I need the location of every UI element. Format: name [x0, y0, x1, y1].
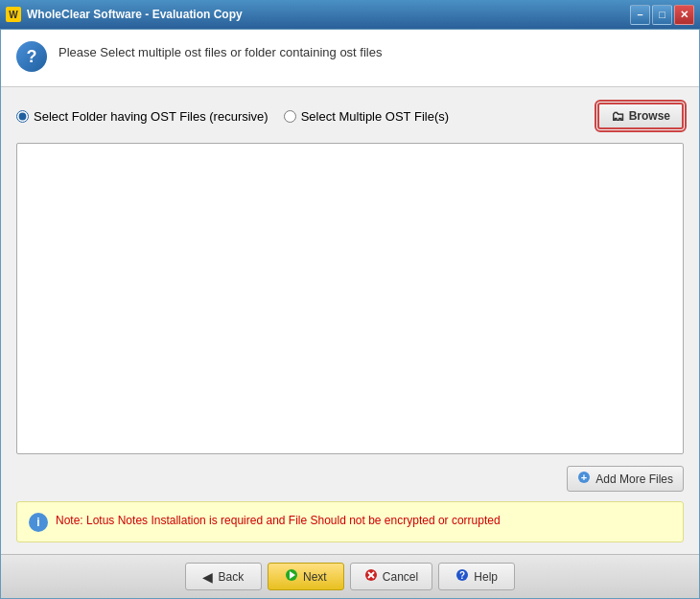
next-label: Next: [303, 570, 327, 584]
titlebar-controls[interactable]: – □ ✕: [630, 5, 694, 25]
radio-folder[interactable]: [16, 110, 29, 123]
radio-folder-label: Select Folder having OST Files (recursiv…: [34, 109, 268, 124]
back-icon: ◀: [202, 569, 213, 585]
help-icon: ?: [455, 568, 469, 585]
close-button[interactable]: ✕: [674, 5, 694, 25]
add-more-button[interactable]: + Add More Files: [567, 466, 684, 492]
note-info-icon: i: [29, 513, 48, 532]
add-more-label: Add More Files: [595, 472, 673, 486]
browse-button[interactable]: 🗂 Browse: [597, 103, 684, 129]
header-icon: ?: [16, 41, 47, 72]
titlebar: W WholeClear Software - Evaluation Copy …: [0, 0, 700, 29]
help-button[interactable]: ? Help: [438, 563, 515, 590]
svg-text:+: +: [581, 472, 587, 483]
titlebar-left: W WholeClear Software - Evaluation Copy: [6, 7, 243, 22]
note-box: i Note: Lotus Notes Installation is requ…: [16, 501, 684, 542]
svg-text:?: ?: [459, 570, 465, 581]
cancel-button[interactable]: Cancel: [350, 563, 432, 590]
back-button[interactable]: ◀ Back: [185, 563, 262, 590]
content-area: Select Folder having OST Files (recursiv…: [1, 87, 699, 554]
help-label: Help: [474, 570, 498, 584]
app-icon: W: [6, 7, 21, 22]
radio-row: Select Folder having OST Files (recursiv…: [16, 99, 684, 133]
header: ? Please Select multiple ost files or fo…: [1, 30, 699, 87]
header-text: Please Select multiple ost files or fold…: [58, 41, 382, 59]
maximize-button[interactable]: □: [652, 5, 672, 25]
note-text: Note: Lotus Notes Installation is requir…: [56, 512, 501, 529]
cancel-icon: [364, 568, 378, 585]
browse-icon: 🗂: [611, 108, 624, 124]
radio-files-label: Select Multiple OST File(s): [301, 109, 449, 124]
cancel-label: Cancel: [383, 570, 418, 584]
titlebar-title: WholeClear Software - Evaluation Copy: [27, 8, 243, 21]
bottom-bar: ◀ Back Next Cancel: [1, 554, 699, 598]
add-more-icon: +: [577, 471, 591, 487]
radio-option-folder[interactable]: Select Folder having OST Files (recursiv…: [16, 109, 268, 124]
browse-label: Browse: [629, 109, 670, 123]
minimize-button[interactable]: –: [630, 5, 650, 25]
radio-option-files[interactable]: Select Multiple OST File(s): [284, 109, 449, 124]
back-label: Back: [218, 570, 244, 584]
main-window: ? Please Select multiple ost files or fo…: [0, 29, 700, 599]
radio-files[interactable]: [284, 110, 296, 123]
next-button[interactable]: Next: [268, 563, 344, 590]
next-icon: [285, 568, 298, 585]
add-more-row: + Add More Files: [16, 464, 684, 492]
file-list[interactable]: [16, 143, 684, 454]
